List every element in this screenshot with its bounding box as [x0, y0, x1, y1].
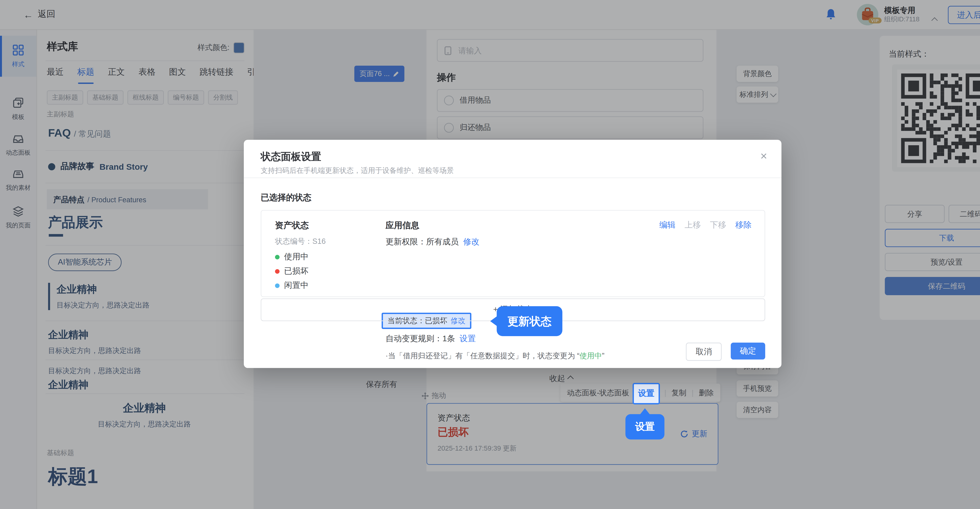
- toolbar-settings-button[interactable]: 设置: [633, 383, 660, 404]
- update-permission-row: 更新权限：所有成员 修改: [385, 237, 479, 248]
- app-info-column-header: 应用信息: [385, 220, 419, 231]
- status-panel-settings-modal: 状态面板设置 支持扫码后在手机端更新状态，适用于设备维护、巡检等场景 × 已选择…: [244, 140, 781, 368]
- asset-status-column-header: 资产状态: [275, 220, 309, 231]
- rule-target-status: 使用中: [579, 352, 602, 359]
- modal-title: 状态面板设置: [261, 150, 321, 164]
- update-status-guide-tooltip: 更新状态: [497, 306, 562, 336]
- status-code: 状态编号：S16: [275, 237, 326, 247]
- modify-permission-link[interactable]: 修改: [463, 237, 479, 247]
- status-item-damaged: 已损坏: [275, 266, 309, 277]
- rule-detail-text: ·当「借用归还登记」有「任意数据提交」时，状态变更为 “使用中”: [385, 351, 605, 361]
- modal-subtitle: 支持扫码后在手机端更新状态，适用于设备维护、巡检等场景: [261, 166, 454, 176]
- auto-rule-row: 自动变更规则：1条 设置: [385, 334, 476, 345]
- settings-guide-tooltip: 设置: [625, 414, 665, 439]
- edit-status-link[interactable]: 编辑: [659, 220, 675, 231]
- close-icon[interactable]: ×: [760, 150, 767, 162]
- green-dot-icon: [275, 255, 280, 259]
- move-up-link[interactable]: 上移: [685, 220, 701, 231]
- status-card-actions: 编辑 上移 下移 移除: [659, 220, 751, 231]
- status-item-in-use: 使用中: [275, 252, 309, 262]
- blue-dot-icon: [275, 283, 280, 288]
- move-down-link[interactable]: 下移: [710, 220, 726, 231]
- divider: [244, 178, 781, 178]
- red-dot-icon: [275, 269, 280, 274]
- app-root: ← 返回 VIP 模板专用 组织ID:7118 进入后台 样式 模板 动态面板: [0, 0, 980, 509]
- status-card: 资产状态 状态编号：S16 使用中 已损坏 闲置中 应用信息 更新权限：所有成员…: [261, 210, 765, 297]
- confirm-button[interactable]: 确定: [731, 343, 765, 359]
- remove-status-link[interactable]: 移除: [735, 220, 752, 231]
- rule-settings-link[interactable]: 设置: [460, 334, 476, 343]
- cancel-button[interactable]: 取消: [686, 343, 721, 361]
- selected-status-label: 已选择的状态: [261, 192, 312, 204]
- status-item-idle: 闲置中: [275, 280, 309, 291]
